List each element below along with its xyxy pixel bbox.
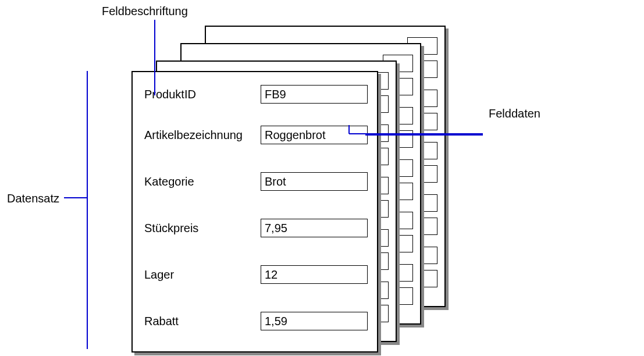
field-value: Brot <box>261 172 368 191</box>
record-card-front: ProduktID FB9 Artikelbezeichnung Roggenb… <box>131 71 378 353</box>
field-row-produktid: ProduktID FB9 <box>144 85 389 104</box>
field-value: 1,59 <box>261 312 368 330</box>
field-value: FB9 <box>261 85 368 104</box>
field-label: Kategorie <box>144 175 261 188</box>
annotation-record: Datensatz <box>7 192 59 205</box>
field-row-stueckpreis: Stückpreis 7,95 <box>144 219 389 237</box>
field-row-artikelbezeichnung: Artikelbezeichnung Roggenbrot <box>144 126 389 144</box>
field-label: Rabatt <box>144 315 261 328</box>
field-value: 12 <box>261 265 368 284</box>
field-label: Stückpreis <box>144 222 261 235</box>
field-label: Lager <box>144 268 261 282</box>
annotation-field-data: Felddaten <box>489 107 540 120</box>
field-label: ProduktID <box>144 88 261 101</box>
annotation-field-label: Feldbeschriftung <box>102 5 188 18</box>
field-label: Artikelbezeichnung <box>144 129 261 142</box>
field-row-kategorie: Kategorie Brot <box>144 172 389 191</box>
field-row-lager: Lager 12 <box>144 265 389 284</box>
field-row-rabatt: Rabatt 1,59 <box>144 312 389 330</box>
field-value: Roggenbrot <box>261 126 368 144</box>
field-value: 7,95 <box>261 219 368 237</box>
